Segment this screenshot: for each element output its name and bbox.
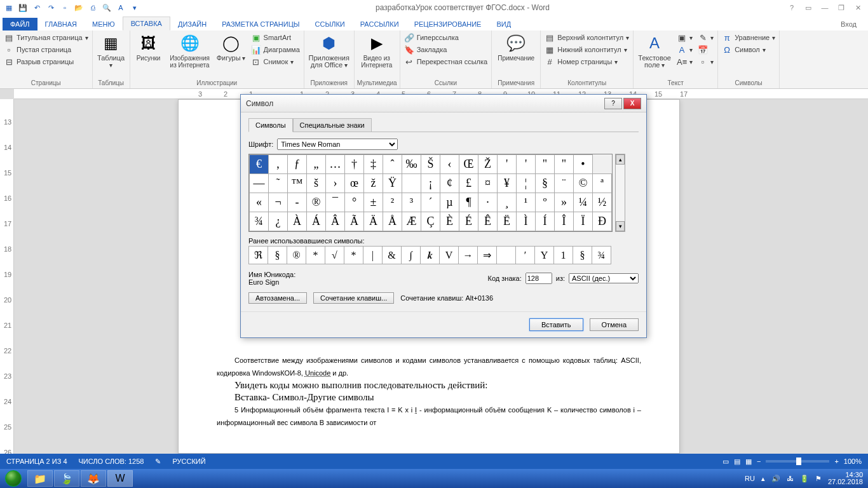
screenshot-button[interactable]: ⊡Снимок ▾ (250, 56, 301, 67)
shortcut-button[interactable]: Сочетание клавиш... (313, 292, 394, 304)
symbol-cell[interactable]: Ï (574, 212, 593, 231)
symbol-cell[interactable]: ¾ (250, 212, 269, 231)
recent-symbol-cell[interactable]: ® (287, 247, 306, 264)
tab-menu[interactable]: Меню (85, 18, 123, 30)
object-button[interactable]: ▫▾ (696, 56, 715, 67)
symbol-cell[interactable]: § (536, 174, 555, 193)
symbol-cell[interactable]: ƒ (288, 155, 307, 174)
symbol-cell[interactable]: ½ (593, 193, 612, 212)
page-break-button[interactable]: ⊟Разрыв страницы (3, 56, 90, 67)
symbol-cell[interactable]: ¤ (478, 174, 498, 193)
cover-page-button[interactable]: ▤Титульная страница ▾ (3, 32, 90, 43)
symbol-cell[interactable]: ¡ (421, 174, 440, 193)
symbol-cell[interactable]: " (536, 155, 555, 174)
zoom-level[interactable]: 100% (844, 458, 862, 465)
symbol-cell[interactable]: • (574, 155, 593, 174)
symbol-cell[interactable]: Î (555, 212, 574, 231)
symbol-cell[interactable]: Ç (421, 212, 440, 231)
save-icon[interactable]: 💾 (17, 1, 29, 14)
recent-symbol-cell[interactable]: √ (325, 247, 344, 264)
symbol-cell[interactable]: ¥ (498, 174, 517, 193)
recent-symbol-cell[interactable] (497, 247, 516, 264)
symbol-button[interactable]: ΩСимвол ▾ (721, 44, 776, 55)
language-status[interactable]: РУССКИЙ (172, 458, 205, 465)
symbol-cell[interactable]: º (536, 193, 555, 212)
symbol-cell[interactable]: › (326, 174, 345, 193)
wordart-button[interactable]: A▾ (675, 44, 694, 55)
symbol-cell[interactable]: Ð (593, 212, 612, 231)
online-video-button[interactable]: ▶Видео из Интернета (357, 32, 397, 70)
tab-home[interactable]: ГЛАВНАЯ (37, 18, 85, 30)
symbol-cell[interactable]: · (478, 193, 498, 212)
open-icon[interactable]: 📂 (72, 1, 85, 14)
cross-reference-button[interactable]: ↩Перекрестная ссылка (403, 56, 489, 67)
symbol-cell[interactable]: ¹ (517, 193, 536, 212)
symbol-cell[interactable]: - (288, 193, 307, 212)
symbol-cell[interactable]: Â (326, 212, 345, 231)
symbol-cell[interactable]: « (250, 193, 269, 212)
symbol-cell[interactable]: ¼ (574, 193, 593, 212)
online-pictures-button[interactable]: 🌐Изображения из Интернета (167, 32, 213, 70)
symbol-grid[interactable]: €,ƒ„…†‡ˆ‰Š‹ŒŽ''""•—˜™š›œžŸ ¡¢£¤¥¦§¨©ª«¬-… (248, 154, 613, 232)
smartart-button[interactable]: ▣SmartArt (250, 32, 301, 43)
word-icon[interactable]: ▦ (3, 1, 15, 14)
zoom-in-icon[interactable]: + (834, 458, 838, 465)
symbol-cell[interactable]: ' (517, 155, 536, 174)
tab-view[interactable]: ВИД (489, 18, 519, 30)
tab-symbols[interactable]: Символы (248, 118, 293, 132)
symbol-cell[interactable]: Ÿ (383, 174, 402, 193)
symbol-cell[interactable]: ° (345, 193, 364, 212)
tray-volume-icon[interactable]: 🔊 (771, 475, 780, 483)
symbol-cell[interactable]: š (307, 174, 326, 193)
grid-scrollbar[interactable]: ▴ ▾ (615, 154, 625, 232)
undo-icon[interactable]: ↶ (31, 1, 43, 14)
recent-symbol-cell[interactable]: * (344, 247, 363, 264)
apps-button[interactable]: ⬢Приложения для Office ▾ (307, 32, 351, 70)
tray-clock[interactable]: 14:3027.02.2018 (828, 471, 863, 485)
symbol-cell[interactable]: À (288, 212, 307, 231)
preview-icon[interactable]: 🔍 (100, 1, 113, 14)
symbol-cell[interactable]: £ (459, 174, 478, 193)
code-input[interactable] (526, 273, 552, 284)
sign-in[interactable]: Вход (829, 18, 868, 30)
firefox-taskbtn[interactable]: 🦊 (81, 470, 106, 487)
recent-symbol-cell[interactable]: ¾ (592, 247, 611, 264)
tab-file[interactable]: ФАЙЛ (3, 18, 37, 30)
ribbon-opts-icon[interactable]: ▭ (801, 1, 816, 14)
recent-symbol-cell[interactable]: Υ (535, 247, 554, 264)
bookmark-button[interactable]: 🔖Закладка (403, 44, 489, 55)
symbol-cell[interactable]: Ê (478, 212, 498, 231)
tab-special-chars[interactable]: Специальные знаки (293, 118, 372, 132)
tab-insert[interactable]: ВСТАВКА (123, 17, 170, 30)
tray-battery-icon[interactable]: 🔋 (800, 475, 809, 483)
symbol-cell[interactable]: Ì (517, 212, 536, 231)
symbol-cell[interactable]: Ž (478, 155, 498, 174)
close-icon[interactable]: ✕ (850, 1, 865, 14)
redo-icon[interactable]: ↷ (44, 1, 57, 14)
symbol-cell[interactable]: ¨ (555, 174, 574, 193)
symbol-cell[interactable]: œ (345, 174, 364, 193)
shapes-button[interactable]: ◯Фигуры ▾ (215, 32, 247, 63)
recent-symbol-cell[interactable]: | (363, 247, 383, 264)
symbol-cell[interactable] (402, 174, 421, 193)
symbol-cell[interactable]: — (250, 174, 269, 193)
symbol-cell[interactable]: ¶ (459, 193, 478, 212)
tray-up-icon[interactable]: ▴ (761, 475, 765, 483)
symbol-cell[interactable]: É (459, 212, 478, 231)
datetime-button[interactable]: 📅 (696, 44, 715, 55)
tab-review[interactable]: РЕЦЕНЗИРОВАНИЕ (407, 18, 489, 30)
symbol-cell[interactable]: ' (498, 155, 517, 174)
symbol-cell[interactable]: µ (440, 193, 459, 212)
dialog-close-icon[interactable]: X (623, 98, 641, 109)
symbol-cell[interactable]: ‰ (402, 155, 421, 174)
symbol-cell[interactable]: Š (421, 155, 440, 174)
insert-button[interactable]: Вставить (529, 318, 583, 331)
recent-symbol-cell[interactable]: & (383, 247, 402, 264)
symbol-cell[interactable]: ž (364, 174, 383, 193)
recent-symbol-cell[interactable]: * (306, 247, 325, 264)
app-taskbtn[interactable]: 🍃 (54, 470, 79, 487)
print-layout-icon[interactable]: ▤ (734, 458, 740, 466)
textbox-button[interactable]: AТекстовое поле ▾ (636, 32, 673, 70)
symbol-cell[interactable]: „ (307, 155, 326, 174)
recent-symbol-cell[interactable]: ∫ (402, 247, 421, 264)
